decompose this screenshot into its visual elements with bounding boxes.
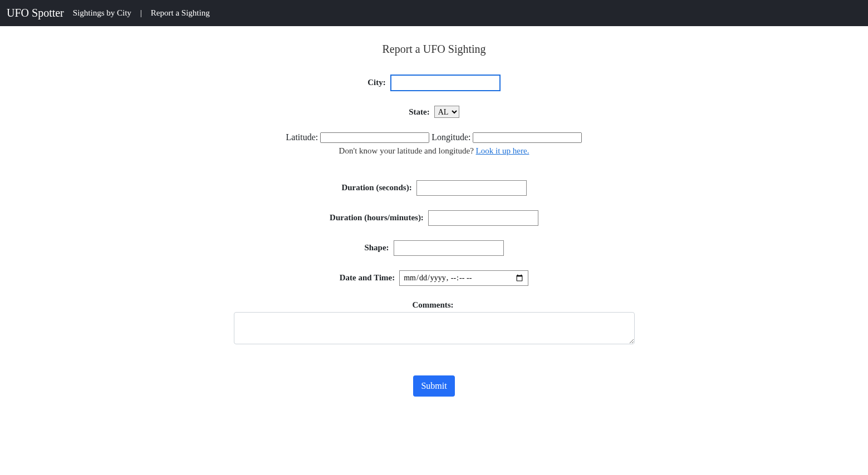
navbar: UFO Spotter Sightings by City | Report a… <box>0 0 868 26</box>
state-row: State: AL <box>11 106 857 118</box>
state-label: State: <box>409 107 430 116</box>
datetime-label: Date and Time: <box>340 273 395 282</box>
longitude-input[interactable] <box>473 132 582 143</box>
duration-seconds-row: Duration (seconds): <box>11 180 857 196</box>
city-label: City: <box>367 78 386 87</box>
comments-textarea[interactable] <box>234 312 635 344</box>
datetime-row: Date and Time: <box>11 270 857 286</box>
page-title: Report a UFO Sighting <box>11 43 857 56</box>
lat-lon-section: Latitude: Longitude: Don't know your lat… <box>11 132 857 156</box>
latitude-input[interactable] <box>320 132 429 143</box>
shape-input[interactable] <box>394 240 504 256</box>
latlon-hint-text: Don't know your latitude and longitude? <box>339 146 476 155</box>
comments-label: Comments: <box>11 300 855 310</box>
datetime-input[interactable] <box>399 270 528 286</box>
duration-hm-row: Duration (hours/minutes): <box>11 210 857 226</box>
latitude-label: Latitude: <box>286 132 318 142</box>
comments-row: Comments: <box>11 300 857 347</box>
latlon-hint: Don't know your latitude and longitude? … <box>11 146 857 156</box>
duration-seconds-input[interactable] <box>416 180 527 196</box>
brand[interactable]: UFO Spotter <box>7 7 64 19</box>
duration-hm-label: Duration (hours/minutes): <box>330 213 424 222</box>
latlon-lookup-link[interactable]: Look it up here. <box>476 146 529 155</box>
nav-link-report-sighting[interactable]: Report a Sighting <box>151 8 210 18</box>
main-content: Report a UFO Sighting City: State: AL La… <box>0 26 868 413</box>
shape-label: Shape: <box>364 243 389 252</box>
city-input[interactable] <box>390 75 501 91</box>
lat-lon-row: Latitude: Longitude: <box>11 132 857 143</box>
nav-link-sightings-by-city[interactable]: Sightings by City <box>73 8 131 18</box>
shape-row: Shape: <box>11 240 857 256</box>
duration-seconds-label: Duration (seconds): <box>341 183 411 192</box>
longitude-label: Longitude: <box>431 132 470 142</box>
duration-hm-input[interactable] <box>428 210 538 226</box>
nav-separator: | <box>140 8 142 18</box>
submit-button[interactable]: Submit <box>413 375 454 397</box>
state-select[interactable]: AL <box>434 106 459 118</box>
city-row: City: <box>11 75 857 91</box>
